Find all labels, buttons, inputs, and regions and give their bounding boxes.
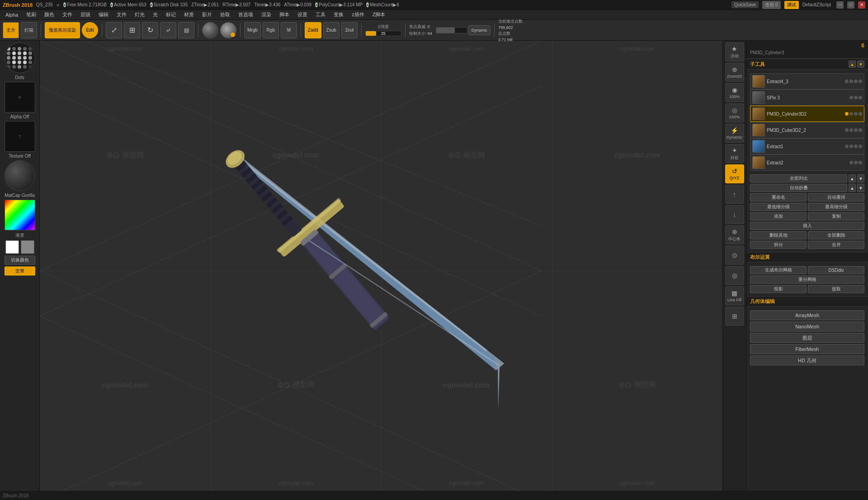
swatch-secondary[interactable]	[21, 240, 34, 254]
dsdiv-btn[interactable]: DSDdiv	[808, 266, 864, 274]
switch-colors-btn[interactable]: 切换颜色	[5, 256, 35, 265]
zcut-btn[interactable]: 2cut	[341, 22, 358, 38]
menu-alpha[interactable]: Alpha	[2, 11, 22, 19]
list-all-btn[interactable]: 全部列出	[750, 174, 847, 182]
delete-all-btn[interactable]: 全部删除	[808, 231, 864, 239]
max-subdiv-btn[interactable]: 最高细分级	[808, 203, 864, 211]
subtool-spix3[interactable]: SPix 3	[750, 89, 864, 106]
eye-dot-spix3[interactable]	[859, 96, 862, 99]
lock-dot-spix3[interactable]	[854, 96, 858, 99]
down-btn[interactable]: ↓	[725, 205, 744, 224]
list-down-btn[interactable]: ▼	[857, 174, 864, 182]
menu-layer[interactable]: 层级	[77, 10, 94, 19]
good-btn[interactable]: ✦ 好处	[725, 144, 744, 163]
zsub-btn[interactable]: Zsub	[323, 22, 340, 38]
eye-dot-extract4-3[interactable]	[854, 79, 858, 83]
zoom50-btn[interactable]: ◎ A50%	[725, 103, 744, 122]
preview-boolean-btn[interactable]: 预览布尔渲染	[45, 22, 80, 38]
vis-dot-extract4-3[interactable]	[845, 79, 849, 83]
layer-btn[interactable]: ▤	[178, 22, 194, 38]
auto-fold-btn[interactable]: 自动折叠	[750, 184, 847, 192]
menu-settings[interactable]: 设置	[294, 10, 311, 19]
boolean-section-header[interactable]: 布尔运算	[746, 252, 868, 262]
render-sphere-btn[interactable]	[220, 22, 236, 38]
subtool-add-arrow[interactable]: ▲	[849, 61, 856, 68]
quicksave-label[interactable]: QuickSave	[731, 1, 759, 8]
eye-dot-pm3d-cyl3d2[interactable]	[854, 112, 858, 116]
project-btn[interactable]: 投影	[750, 285, 807, 293]
edit-btn[interactable]: Edit	[82, 22, 98, 38]
split-btn[interactable]: 拆分	[750, 241, 807, 249]
dynamic-strip-btn[interactable]: ⚡ Dynamic	[725, 124, 744, 143]
extra-dot-pm3d-cyl3d2[interactable]	[859, 112, 862, 116]
subtool-rem-arrow[interactable]: ▼	[857, 61, 864, 68]
menu-edit[interactable]: 编辑	[95, 10, 112, 19]
m-btn[interactable]: M	[281, 22, 297, 38]
menu-pick[interactable]: 拾取	[217, 10, 234, 19]
fibermesh-btn[interactable]: FiberMesh	[750, 344, 864, 354]
regen-btn[interactable]: 重分网格	[750, 276, 864, 284]
a50-btn[interactable]: ◎	[725, 266, 744, 285]
zoom100-btn[interactable]: ◉ 100%	[725, 83, 744, 102]
extra-dot-pm3d-cube3d2-2[interactable]	[859, 128, 862, 132]
insert-btn[interactable]: 插入	[750, 222, 864, 230]
menu-file2[interactable]: 文件	[113, 10, 130, 19]
swatch-primary[interactable]	[5, 240, 19, 254]
subtool-pm3d-cube3d2-2[interactable]: PM3D_Cube3D2_2	[750, 122, 864, 138]
list-up-btn[interactable]: ▲	[849, 174, 856, 182]
subtool-extract2[interactable]: Extract2	[750, 154, 864, 171]
menu-brush[interactable]: 笔刷	[23, 10, 40, 19]
gen-bool-btn[interactable]: 生成布尔网格	[750, 266, 807, 274]
debug-btn[interactable]: 调试	[784, 1, 799, 9]
move3-btn[interactable]: ⊙	[725, 246, 744, 265]
arraymesh-btn[interactable]: ArrayMesh	[750, 310, 864, 320]
menu-marker[interactable]: 标记	[162, 10, 179, 19]
menu-tool[interactable]: 工具	[312, 10, 329, 19]
menu-color[interactable]: 颜色	[41, 10, 58, 19]
matcap-sphere-btn[interactable]	[202, 22, 218, 38]
alpha-preview[interactable]: α	[5, 82, 35, 112]
vis-dot-spix3[interactable]	[849, 96, 853, 99]
minimize-btn[interactable]: ─	[836, 1, 844, 9]
menu-render2[interactable]: 渲染	[258, 10, 275, 19]
scale-btn[interactable]: ⊞	[124, 22, 140, 38]
nanomesh-btn[interactable]: NanoMesh	[750, 322, 864, 332]
viewport[interactable]: ⊕G 模型网 cgmodel.com ⊕G 模型网 cgmodel.com cg…	[40, 41, 722, 500]
alternate-btn[interactable]: 交替	[5, 266, 35, 276]
menu-zplugin[interactable]: z插件	[348, 10, 368, 19]
lock-dot-pm3d-cube3d2-2[interactable]	[849, 128, 853, 132]
subtool-extract1[interactable]: Extract1	[750, 138, 864, 154]
far-btn[interactable]: ⊞	[725, 307, 744, 326]
linefill-btn[interactable]: ▦ Line Fill	[725, 286, 744, 305]
matcap-preview[interactable]	[5, 160, 35, 191]
geo-edit-section-header[interactable]: 几何体编辑	[746, 296, 868, 307]
menu-transform[interactable]: 变换	[330, 10, 347, 19]
menu-script[interactable]: 脚本	[276, 10, 293, 19]
merge-btn[interactable]: 合并	[808, 241, 864, 249]
close-btn[interactable]: ✕	[858, 1, 865, 9]
vis-dot-extract1[interactable]	[845, 145, 849, 148]
hd-geo-btn[interactable]: HD 几何	[750, 355, 864, 365]
menu-light[interactable]: 灯光	[131, 10, 148, 19]
fold-up-btn[interactable]: ▲	[849, 184, 856, 192]
zadd-btn[interactable]: Zadd	[305, 22, 321, 38]
rotate-btn[interactable]: ↻	[142, 22, 158, 38]
extract-btn[interactable]: 提取	[808, 285, 864, 293]
subtool-section-header[interactable]: 子工具 ▲ ▼	[746, 59, 868, 70]
active-btn[interactable]: ★ 活动	[725, 42, 744, 61]
menu-movie[interactable]: 影片	[198, 10, 216, 19]
move2-btn[interactable]: ⤶	[160, 22, 176, 38]
qryz-btn[interactable]: ↺ QrYZ	[725, 164, 744, 183]
copy-btn[interactable]: 复制	[808, 212, 864, 220]
menu-file[interactable]: 文件	[59, 10, 76, 19]
rename-btn[interactable]: 重命名	[750, 193, 807, 201]
auto-move-btn[interactable]: 自动重排	[808, 193, 864, 201]
menu-material[interactable]: 材质	[180, 10, 198, 19]
subtool-pm3d-cyl3d2[interactable]: PM3D_Cylinder3D2	[750, 106, 864, 122]
vis-dot-pm3d-cyl3d2[interactable]	[845, 112, 849, 116]
eye-dot-pm3d-cube3d2-2[interactable]	[854, 128, 858, 132]
delete-btn[interactable]: 删除其他	[750, 231, 807, 239]
eye-dot-extract2[interactable]	[859, 161, 862, 164]
extra-dot-extract4-3[interactable]	[859, 79, 862, 83]
texture-preview[interactable]: T	[5, 121, 35, 152]
